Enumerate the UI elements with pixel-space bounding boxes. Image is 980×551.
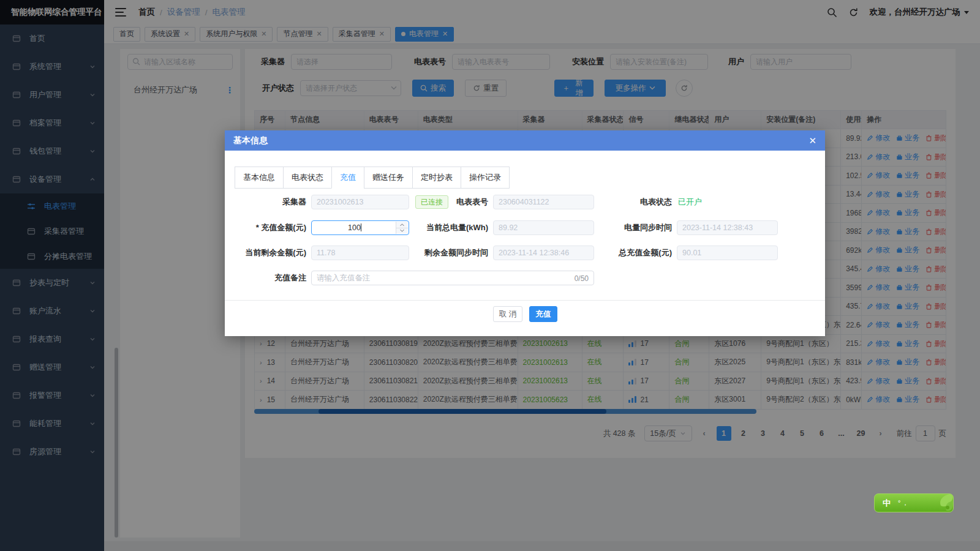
- ime-lang-indicator[interactable]: 中: [883, 498, 891, 509]
- dialog-footer-divider: [225, 300, 825, 301]
- input-method-bar[interactable]: 中 °，: [874, 493, 954, 512]
- dialog-tabs: 基本信息电表状态充值赠送任务定时抄表操作记录: [235, 167, 510, 189]
- recharge-amount-input[interactable]: 100: [311, 220, 409, 235]
- meter-no-field: 230604031122: [493, 195, 594, 209]
- meter-no-label: 电表表号: [456, 195, 488, 209]
- meter-status-label: 电表状态: [640, 195, 672, 209]
- char-counter: 0/50: [575, 271, 589, 285]
- meter-info-dialog: 基本信息 ✕ 基本信息电表状态充值赠送任务定时抄表操作记录 采集器 202310…: [225, 130, 825, 336]
- balance-sync-time-label: 剩余金额同步时间: [424, 246, 488, 260]
- meter-status-value: 已开户: [678, 195, 702, 209]
- increase-icon: [396, 222, 408, 228]
- dialog-title: 基本信息: [233, 135, 268, 146]
- collector-label: 采集器: [282, 195, 306, 209]
- ime-punctuation-indicator[interactable]: °，: [898, 498, 910, 508]
- decrease-icon: [396, 228, 408, 234]
- cancel-button[interactable]: 取 消: [493, 306, 522, 322]
- recharge-confirm-button[interactable]: 充值: [529, 306, 557, 322]
- total-kwh-field: 89.92: [493, 220, 594, 235]
- dialog-tab-1[interactable]: 电表状态: [283, 167, 332, 189]
- number-spinner[interactable]: [396, 222, 408, 234]
- total-kwh-label: 当前总电量(kWh): [426, 220, 488, 235]
- balance-label: 当前剩余金额(元): [245, 246, 306, 260]
- remark-input[interactable]: 请输入充值备注 0/50: [311, 271, 594, 285]
- remark-label: 充值备注: [274, 271, 306, 285]
- dialog-tab-2[interactable]: 充值: [331, 167, 364, 189]
- dialog-tab-0[interactable]: 基本信息: [235, 167, 284, 189]
- recharge-amount-label: * 充值金额(元): [256, 220, 306, 235]
- connected-badge: 已连接: [415, 195, 448, 209]
- kwh-sync-time-label: 电量同步时间: [624, 220, 672, 235]
- dialog-tab-3[interactable]: 赠送任务: [364, 167, 413, 189]
- close-icon[interactable]: ✕: [809, 135, 816, 146]
- dialog-header: 基本信息 ✕: [225, 130, 825, 151]
- collector-field: 20231002613: [311, 195, 409, 209]
- kwh-sync-time-field: 2023-11-14 12:38:43: [677, 220, 778, 235]
- dialog-tab-5[interactable]: 操作记录: [461, 167, 510, 189]
- leaf-decoration: [925, 493, 953, 512]
- balance-sync-time-field: 2023-11-14 12:38:46: [493, 246, 594, 260]
- balance-field: 11.78: [311, 246, 409, 260]
- total-recharge-field: 90.01: [677, 246, 778, 260]
- total-recharge-label: 总充值金额(元): [619, 246, 672, 260]
- dialog-tab-4[interactable]: 定时抄表: [412, 167, 461, 189]
